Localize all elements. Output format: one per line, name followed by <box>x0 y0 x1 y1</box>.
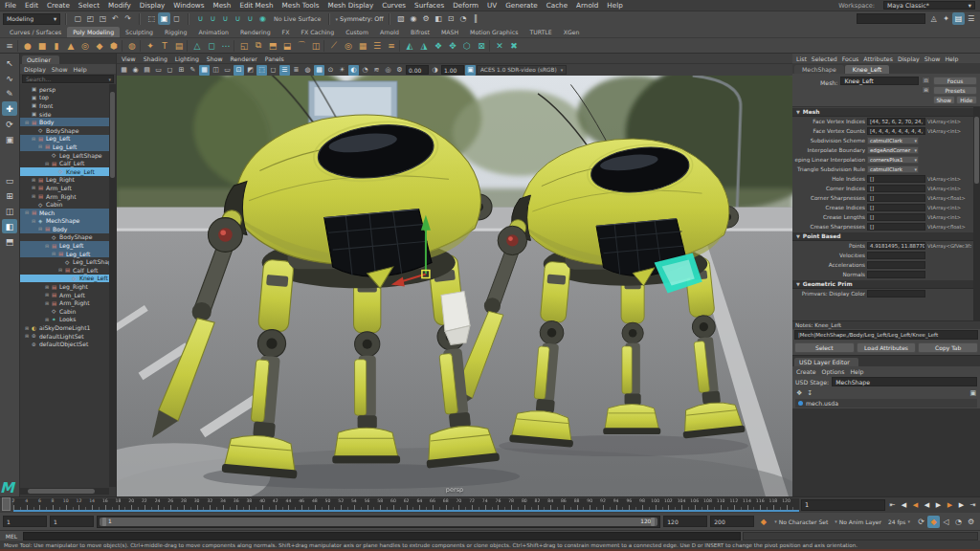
viewport-icon[interactable]: ▤ <box>142 65 152 76</box>
outliner-item[interactable]: ⊟ ▤ Leg_Left <box>20 135 116 143</box>
attribute-value-field[interactable]: catmullClark <box>867 137 919 144</box>
viewport-icon[interactable]: ▭ <box>222 65 233 76</box>
attribute-value-field[interactable]: [44, 52, 6, 2, 70, 24, 58, 4, 16, 24, 46… <box>867 118 925 125</box>
attribute-value-field[interactable]: [4, 4, 4, 4, 4, 4, 4, 4, 4, 4, 4, 4, ... <box>867 127 925 135</box>
usd-options-icon[interactable]: ▣ <box>969 389 976 397</box>
render-group-icon[interactable]: ◉ <box>408 12 420 25</box>
outliner-item[interactable]: ⊟ ▤ Calf_Left <box>20 159 116 167</box>
timeline-strip[interactable]: 2468101214161820222426283032343638404244… <box>13 498 799 512</box>
shelf-icon[interactable]: ◎ <box>342 39 355 53</box>
menu-item[interactable]: Cache <box>546 1 568 10</box>
ae-menu-item[interactable]: Focus <box>842 55 859 62</box>
shelf-icon[interactable]: ▤ <box>172 39 186 53</box>
outliner-item[interactable]: ⊞ ▤ Arm_Right <box>20 192 116 201</box>
menu-item[interactable]: Deform <box>453 1 479 10</box>
status-icon[interactable]: ◰ <box>84 12 97 25</box>
menu-item[interactable]: Curves <box>382 1 406 10</box>
menu-item[interactable]: Select <box>78 1 100 10</box>
section-header-geometric-prim[interactable]: ▼ Geometric Prim <box>792 280 973 289</box>
shelf-tab[interactable]: XGen <box>558 27 586 37</box>
outliner-item[interactable]: ⊟ ▤ Leg_Left <box>20 143 116 151</box>
transport-button[interactable]: ⇥ <box>968 499 978 512</box>
search-input[interactable] <box>23 76 108 82</box>
shelf-icon[interactable]: ▦ <box>356 39 369 53</box>
usd-menu-item[interactable]: Options <box>822 368 845 375</box>
shelf-icon[interactable] <box>187 40 189 52</box>
viewport-icon[interactable]: ◍ <box>302 65 313 76</box>
shelf-tab[interactable]: Custom <box>340 27 374 37</box>
ae-menu-item[interactable]: Selected <box>812 55 837 62</box>
shelf-icon[interactable] <box>234 40 236 52</box>
menu-set-dropdown[interactable]: Modeling▾ <box>3 13 60 25</box>
outliner-item[interactable]: ⊞ ⊚ defaultLightSet <box>20 332 116 341</box>
viewport-canvas[interactable]: persp <box>117 76 792 496</box>
range-start-grip[interactable] <box>102 518 106 526</box>
attribute-value-field[interactable]: [] <box>867 213 925 221</box>
shelf-icon[interactable]: ✦ <box>144 39 157 53</box>
outliner-item[interactable]: ⊚ defaultObjectSet <box>20 340 116 348</box>
shelf-icon[interactable]: ⬒ <box>266 39 279 53</box>
expand-toggle-icon[interactable]: ⊞ <box>44 284 50 290</box>
outliner-item[interactable]: ⊟ ▤ Body <box>20 118 116 126</box>
usd-stage-field[interactable]: MechShape <box>832 377 977 386</box>
shelf-tab[interactable]: Rigging <box>159 27 192 37</box>
playback-start-field[interactable]: 1 <box>50 516 94 527</box>
attribute-value-field[interactable]: edgeAndCorner <box>867 146 919 154</box>
attribute-value-field[interactable]: 4.9181495, 11.887702, 6.737662, [4.93... <box>867 242 925 250</box>
shelf-tab[interactable]: Motion Graphics <box>464 27 523 37</box>
snap-icon[interactable]: ∪ <box>194 12 207 25</box>
ae-footer-button[interactable]: Copy Tab <box>918 342 978 353</box>
input-connections-icon[interactable]: ⊡ <box>922 77 930 84</box>
shelf-tab[interactable]: Poly Modeling <box>67 27 120 37</box>
animation-start-field[interactable]: 1 <box>3 516 47 527</box>
tool-icon[interactable]: ↖ <box>2 55 17 70</box>
shelf-icon[interactable]: ⬓ <box>280 39 294 53</box>
outliner-item[interactable]: ⊟ ▤ Leg_Left <box>20 241 116 250</box>
tool-icon[interactable]: ✚ <box>2 101 17 116</box>
tool-icon[interactable]: ▣ <box>2 132 17 146</box>
render-group-icon[interactable]: ⚙ <box>420 12 433 25</box>
outliner-item[interactable]: ◇ Knee_Left <box>20 167 116 176</box>
expand-toggle-icon[interactable]: ⊞ <box>31 193 36 199</box>
shelf-icon[interactable]: ⊠ <box>475 39 488 53</box>
transport-button[interactable]: ⇤ <box>887 499 898 512</box>
shelf-tab[interactable]: Curves / Surfaces <box>4 27 67 37</box>
viewport-icon[interactable]: ≋ <box>371 65 382 76</box>
shelf-icon[interactable] <box>140 40 143 52</box>
viewport-icon[interactable]: ▭ <box>153 65 164 76</box>
expand-toggle-icon[interactable]: ⊟ <box>24 120 30 125</box>
transport-button[interactable]: ▶ <box>956 499 967 512</box>
shelf-icon[interactable]: ⋯ <box>219 39 233 53</box>
shelf-tab[interactable]: Bifrost <box>405 27 435 37</box>
viewport-icon[interactable]: ◻ <box>268 65 278 76</box>
expand-toggle-icon[interactable]: ⊞ <box>31 177 36 183</box>
shelf-icon[interactable] <box>323 40 326 52</box>
shelf-tab[interactable]: FX Caching <box>295 27 340 37</box>
transport-button[interactable]: ◀ <box>922 499 932 512</box>
attribute-value-field[interactable]: [] <box>867 175 925 183</box>
shelf-icon[interactable]: ☰ <box>370 39 384 53</box>
transport-button[interactable]: ◀ <box>910 499 921 512</box>
snap-icon[interactable]: ∪ <box>219 12 232 25</box>
menu-item[interactable]: Generate <box>505 1 538 10</box>
menu-item[interactable]: Windows <box>173 1 204 10</box>
menu-item[interactable]: Create <box>47 1 70 10</box>
outliner-item[interactable]: ◇ BodyShape <box>20 233 116 242</box>
range-slider[interactable]: 1 120 <box>97 516 660 528</box>
outliner-item[interactable]: ⊞ ✦ Looks <box>20 316 116 324</box>
ae-node-tab[interactable]: MechShape <box>794 65 844 74</box>
viewport-icon[interactable]: ☀ <box>337 65 347 76</box>
layout-shortcut-icon[interactable]: ▭ <box>2 173 17 187</box>
playback-option-icon[interactable]: ◁ <box>940 516 952 528</box>
outliner-search[interactable]: ▾ <box>22 75 114 83</box>
ae-menu-item[interactable]: Display <box>898 55 920 62</box>
viewport-icon[interactable]: ◔ <box>360 65 370 76</box>
hide-button[interactable]: Hide <box>956 96 978 104</box>
layout-shortcut-icon[interactable]: ◧ <box>2 219 17 233</box>
3d-scene[interactable] <box>117 76 792 496</box>
sidebar-toggle-icon[interactable]: ◬ <box>927 12 940 25</box>
shelf-icon[interactable]: ◫ <box>309 39 323 53</box>
playback-end-field[interactable]: 120 <box>663 516 707 527</box>
viewport-menu-item[interactable]: View <box>122 55 136 62</box>
transport-button[interactable]: ▶ <box>933 499 944 512</box>
